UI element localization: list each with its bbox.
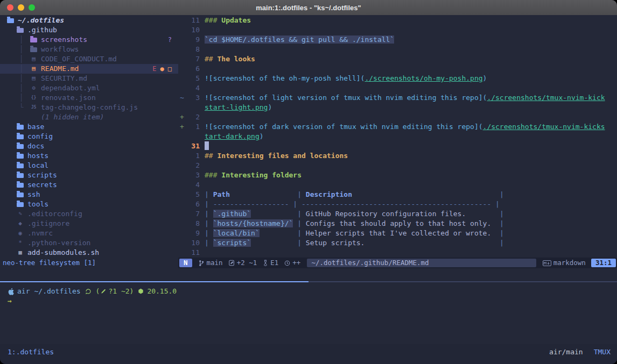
- line-number: 31: [186, 141, 200, 151]
- tree-item-hosts[interactable]: hosts: [0, 151, 178, 161]
- folder-icon: [17, 173, 24, 178]
- line-text: | `hosts/{hostname}/` | Configs that sho…: [200, 219, 504, 229]
- gutter-sign: [178, 16, 186, 25]
- tree-guide: │: [19, 74, 30, 83]
- line-number: 11: [186, 248, 200, 258]
- tree-item-add-submodules.sh[interactable]: ■add-submodules.sh: [0, 248, 178, 258]
- line-text: [200, 45, 205, 54]
- node-version: 20.15.0: [147, 287, 177, 296]
- tree-item-docs[interactable]: docs: [0, 141, 178, 151]
- close-button[interactable]: [7, 4, 13, 11]
- syntax-segment: |: [205, 190, 213, 198]
- tree-item-label: add-submodules.sh: [27, 248, 99, 258]
- tree-item-config[interactable]: config: [0, 132, 178, 141]
- tree-item-ssh[interactable]: ssh: [0, 190, 178, 199]
- folder-icon: [17, 154, 24, 159]
- editor-line[interactable]: 8: [178, 45, 617, 54]
- editor-line[interactable]: 9`cd $HOME/.dotfiles && git pull && ./in…: [178, 35, 617, 45]
- tree-item-.python-version[interactable]: *.python-version: [0, 238, 178, 248]
- syntax-segment: |: [500, 210, 504, 218]
- tree-item-security.md[interactable]: │▤SECURITY.md: [0, 74, 178, 83]
- syntax-segment: ###: [205, 171, 221, 179]
- tree-item-.github[interactable]: .github: [0, 25, 178, 35]
- editor-line[interactable]: 4: [178, 180, 617, 190]
- tree-item-.editorconfig[interactable]: ✎.editorconfig: [0, 209, 178, 219]
- tree-guide: │: [19, 93, 30, 103]
- editor-line[interactable]: 3### Interesting folders: [178, 170, 617, 180]
- tree-item-label: base: [27, 122, 44, 132]
- editor-line[interactable]: 6| ------------------ | ----------------…: [178, 199, 617, 209]
- tree-item-readme.md[interactable]: │▤README.mdE●□: [0, 64, 178, 74]
- editor-line[interactable]: ~3![screenshot of light version of tmux …: [178, 93, 617, 103]
- line-text: ### Interesting folders: [200, 170, 302, 180]
- zoom-button[interactable]: [29, 4, 35, 11]
- git-status-markers: E●□: [152, 64, 178, 74]
- editor-line[interactable]: start-light.png): [178, 103, 617, 112]
- mode-indicator: N: [179, 259, 192, 267]
- tree-item-code_of_conduct.md[interactable]: │▤CODE_OF_CONDUCT.md: [0, 54, 178, 64]
- flask-icon: [263, 260, 268, 266]
- marker: ?: [168, 35, 172, 45]
- line-text: | Path | Description |: [200, 190, 504, 199]
- tree-item-tag-changelog-config.js[interactable]: └JStag-changelog-config.js: [0, 103, 178, 112]
- tree-item--1-hidden-item-[interactable]: (1 hidden item): [0, 112, 178, 122]
- window-title: main:1:.dotfiles - "ks~/.dotfiles": [256, 4, 361, 12]
- tree-item-workflows[interactable]: │workflows: [0, 45, 178, 54]
- syntax-segment: `hosts/{hostname}/`: [213, 219, 293, 227]
- syntax-segment: |: [297, 210, 306, 218]
- tree-item-.nvmrc[interactable]: ◉.nvmrc: [0, 229, 178, 238]
- line-number: 7: [186, 54, 200, 64]
- line-text: [200, 180, 205, 190]
- git-branch: main: [207, 258, 223, 268]
- editor-line[interactable]: 7| `.github` | GitHub Repository configu…: [178, 209, 617, 219]
- gutter-sign: [178, 103, 186, 112]
- syntax-segment: |: [205, 219, 213, 227]
- marker: E: [152, 64, 156, 74]
- cursor-position: 31:1: [591, 259, 616, 267]
- shell-pane[interactable]: air ~/.dotfiles ( ?1 ~2) 20.15.0 →: [0, 282, 617, 344]
- tree-item-secrets[interactable]: secrets: [0, 180, 178, 190]
- tree-item--.dotfiles[interactable]: ~/.dotfiles: [0, 16, 178, 25]
- updates-count: ++: [292, 258, 300, 268]
- editor-line[interactable]: 9| `local/bin` | Helper scripts that I'v…: [178, 229, 617, 238]
- editor-line[interactable]: 31: [178, 141, 617, 151]
- editor-line[interactable]: 7## The looks: [178, 54, 617, 64]
- syntax-segment: GitHub Repository configuration files.: [306, 210, 500, 218]
- syntax-segment: |: [500, 219, 504, 227]
- minimize-button[interactable]: [18, 4, 24, 11]
- tree-item-tools[interactable]: tools: [0, 199, 178, 209]
- editor-line[interactable]: 11### Updates: [178, 16, 617, 25]
- editor-line[interactable]: 1## Interesting files and locations: [178, 151, 617, 161]
- gutter-sign: [178, 209, 186, 219]
- tree-item-scripts[interactable]: scripts: [0, 170, 178, 180]
- editor-line[interactable]: +1![screenshot of dark version of tmux w…: [178, 122, 617, 132]
- filetype-label: markdown: [553, 258, 586, 268]
- editor-line[interactable]: 10| `scripts` | Setup scripts. |: [178, 238, 617, 248]
- tmux-window-1[interactable]: 1:.dotfiles: [8, 347, 54, 357]
- editor-line[interactable]: 2: [178, 161, 617, 170]
- editor-line[interactable]: 5| Path | Description |: [178, 190, 617, 199]
- editor-line[interactable]: 4: [178, 83, 617, 93]
- tree-item-local[interactable]: local: [0, 161, 178, 170]
- pane-divider[interactable]: [0, 281, 617, 282]
- tree-item-screenshots[interactable]: │screenshots?: [0, 35, 178, 45]
- editor-line[interactable]: +2: [178, 112, 617, 122]
- javascript-file-icon: JS: [30, 103, 37, 112]
- gutter-sign: +: [178, 122, 186, 132]
- editor-line[interactable]: 11: [178, 248, 617, 258]
- tree-item-renovate.json[interactable]: │{}renovate.json: [0, 93, 178, 103]
- hostname: air: [17, 287, 30, 296]
- syntax-segment: ./screenshots/tmux-nvim-kicks: [483, 123, 605, 131]
- editor-line[interactable]: 5![screenshot of the oh-my-posh shell](.…: [178, 74, 617, 83]
- tree-item-base[interactable]: base: [0, 122, 178, 132]
- tree-item-dependabot.yml[interactable]: │⚙dependabot.yml: [0, 83, 178, 93]
- editor-line[interactable]: 6: [178, 64, 617, 74]
- editor-line[interactable]: 10: [178, 25, 617, 35]
- editor-line[interactable]: 8| `hosts/{hostname}/` | Configs that sh…: [178, 219, 617, 229]
- editor-line[interactable]: tart-dark.png): [178, 132, 617, 141]
- diagnostics-count: E1: [270, 258, 278, 268]
- tree-item-.gitignore[interactable]: ◆.gitignore: [0, 219, 178, 229]
- line-number: 5: [186, 74, 200, 83]
- syntax-segment: `local/bin`: [213, 229, 260, 237]
- traffic-lights: [7, 0, 35, 15]
